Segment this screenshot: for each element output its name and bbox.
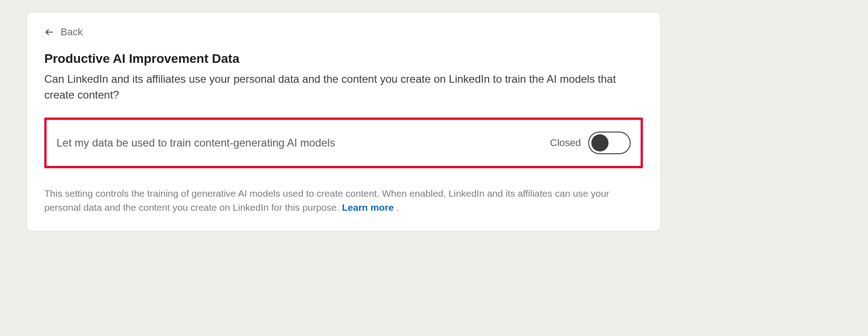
setting-label: Let my data be used to train content-gen… <box>57 137 335 149</box>
settings-card: Back Productive AI Improvement Data Can … <box>27 13 660 231</box>
footer-text-before: This setting controls the training of ge… <box>44 188 609 213</box>
back-button[interactable]: Back <box>44 26 83 38</box>
toggle-knob <box>591 134 609 151</box>
page-title: Productive AI Improvement Data <box>44 52 643 66</box>
toggle-group: Closed <box>550 132 631 154</box>
highlighted-setting-row: Let my data be used to train content-gen… <box>44 118 643 168</box>
page-description: Can LinkedIn and its affiliates use your… <box>44 71 623 103</box>
toggle-switch[interactable] <box>588 132 631 154</box>
back-label: Back <box>61 26 83 38</box>
toggle-status-text: Closed <box>550 137 581 149</box>
learn-more-link[interactable]: Learn more <box>342 202 393 213</box>
footer-text: This setting controls the training of ge… <box>44 186 623 215</box>
footer-text-after: . <box>394 202 399 213</box>
arrow-left-icon <box>44 27 54 37</box>
